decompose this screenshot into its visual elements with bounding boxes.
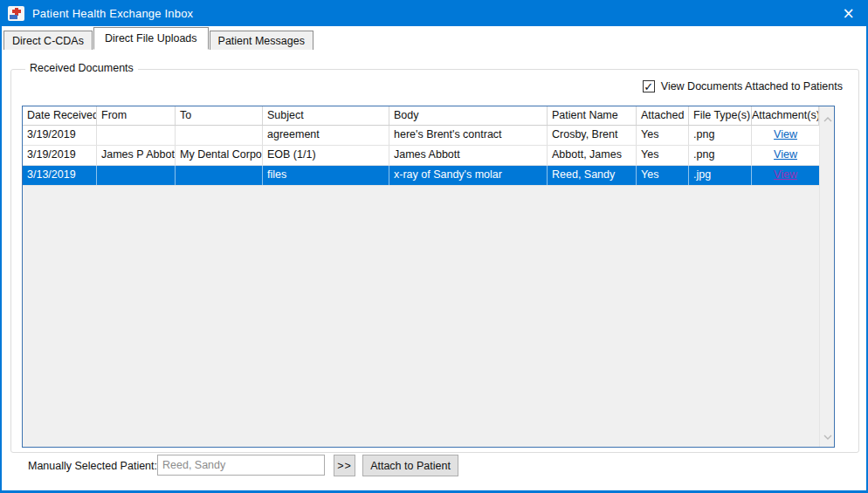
column-header-body[interactable]: Body	[389, 106, 548, 125]
cell-file-types: .png	[689, 146, 752, 165]
manually-selected-patient-input[interactable]	[157, 455, 325, 476]
column-header-attached[interactable]: Attached	[637, 106, 689, 125]
tab-strip: Direct C-CDAs Direct File Uploads Patien…	[2, 26, 866, 50]
table-row[interactable]: 3/19/2019 James P Abbott ( My Dental Cor…	[23, 146, 819, 166]
cell-attached: Yes	[637, 126, 689, 145]
view-attachment-link[interactable]: View	[774, 128, 797, 140]
cell-from	[97, 166, 176, 185]
chevron-up-icon[interactable]	[820, 112, 835, 127]
cell-to: My Dental Corpo	[176, 146, 263, 165]
manually-selected-patient-label: Manually Selected Patient:	[28, 460, 157, 472]
cell-attached: Yes	[637, 146, 689, 165]
cell-from	[97, 126, 176, 145]
cell-date-received: 3/19/2019	[23, 126, 97, 145]
cell-subject: EOB (1/1)	[263, 146, 389, 165]
cell-attachments: View	[752, 126, 819, 145]
patient-health-exchange-window: Patient Health Exchange Inbox × Direct C…	[0, 0, 868, 493]
attached-filter-label: View Documents Attached to Patients	[661, 80, 843, 92]
chevron-down-icon[interactable]	[820, 429, 835, 444]
cell-subject: files	[263, 166, 389, 185]
attach-to-patient-button[interactable]: Attach to Patient	[362, 455, 458, 476]
cell-attachments: View	[752, 146, 819, 165]
column-header-to[interactable]: To	[176, 106, 263, 125]
column-header-patient-name[interactable]: Patient Name	[548, 106, 637, 125]
cell-date-received: 3/19/2019	[23, 146, 97, 165]
cell-date-received: 3/13/2019	[23, 166, 97, 185]
cell-body: x-ray of Sandy's molar	[389, 166, 548, 185]
tab-direct-file-uploads[interactable]: Direct File Uploads	[93, 27, 209, 50]
view-attachment-link[interactable]: View	[774, 168, 797, 181]
window-title: Patient Health Exchange Inbox	[32, 7, 193, 20]
column-header-attachments[interactable]: Attachment(s)	[752, 106, 819, 125]
cell-attached: Yes	[637, 166, 689, 185]
table-row[interactable]: 3/19/2019 agreement here's Brent's contr…	[23, 126, 819, 146]
cell-from: James P Abbott (	[97, 146, 176, 165]
column-header-subject[interactable]: Subject	[263, 106, 389, 125]
cell-attachments: View	[752, 166, 819, 185]
cell-to	[176, 166, 263, 185]
titlebar: Patient Health Exchange Inbox ×	[0, 0, 868, 26]
table-row[interactable]: 3/13/2019 files x-ray of Sandy's molar R…	[23, 166, 819, 186]
received-documents-group: Received Documents ✓ View Documents Atta…	[10, 69, 859, 453]
cell-to	[176, 126, 263, 145]
cell-subject: agreement	[263, 126, 389, 145]
cell-body: James Abbott	[389, 146, 548, 165]
column-header-date-received[interactable]: Date Received	[23, 106, 97, 125]
view-attachment-link[interactable]: View	[774, 148, 797, 161]
transfer-patient-button[interactable]: >>	[334, 455, 355, 476]
cell-body: here's Brent's contract	[389, 126, 548, 145]
tab-direct-c-cdas[interactable]: Direct C-CDAs	[3, 31, 93, 50]
cell-patient-name: Reed, Sandy	[548, 166, 637, 185]
attached-filter-checkbox[interactable]: ✓	[643, 80, 655, 92]
tab-patient-messages[interactable]: Patient Messages	[210, 31, 313, 50]
cell-patient-name: Abbott, James	[548, 146, 637, 165]
cell-patient-name: Crosby, Brent	[548, 126, 637, 145]
received-documents-table: Date Received From To Subject Body Patie…	[22, 106, 835, 448]
column-header-file-types[interactable]: File Type(s)	[689, 106, 752, 125]
cell-file-types: .jpg	[689, 166, 752, 185]
column-header-from[interactable]: From	[97, 106, 176, 125]
health-exchange-app-icon	[8, 6, 24, 21]
table-scrollbar[interactable]	[819, 106, 834, 447]
close-icon[interactable]: ×	[829, 0, 868, 26]
table-header-row: Date Received From To Subject Body Patie…	[23, 106, 819, 126]
group-title: Received Documents	[25, 62, 138, 74]
cell-file-types: .png	[689, 126, 752, 145]
view-attached-filter[interactable]: ✓ View Documents Attached to Patients	[643, 80, 843, 92]
